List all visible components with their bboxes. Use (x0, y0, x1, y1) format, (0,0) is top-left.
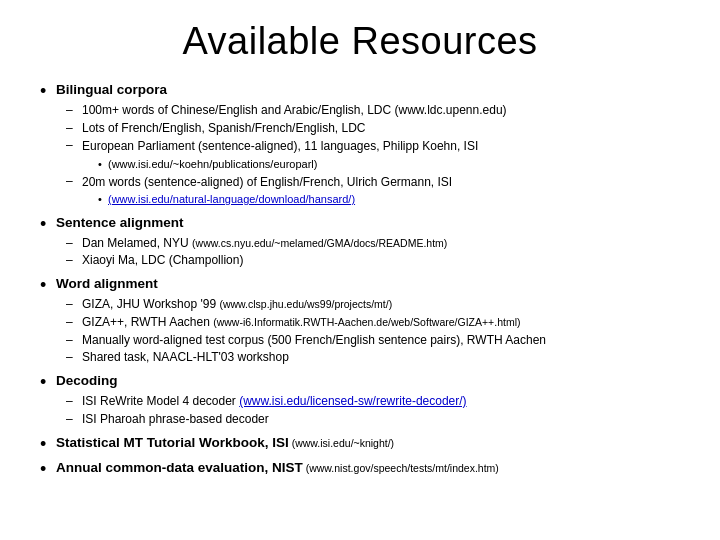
bullet-header: Sentence alignment (56, 214, 680, 233)
bullet-content: Sentence alignment – Dan Melamed, NYU (w… (56, 214, 680, 269)
bullet-suffix: (www.nist.gov/speech/tests/mt/index.htm) (303, 462, 499, 474)
sub-item: – Lots of French/English, Spanish/French… (66, 120, 680, 137)
sub-dash: – (66, 137, 76, 154)
sub-list: – Dan Melamed, NYU (www.cs.nyu.edu/~mela… (66, 235, 680, 270)
list-item: • Annual common-data evaluation, NIST (w… (40, 459, 680, 478)
bullet-header: Decoding (56, 372, 680, 391)
sub-dash: – (66, 173, 76, 190)
sub-text: 20m words (sentence-aligned) of English/… (82, 175, 452, 189)
sub-dash: – (66, 296, 76, 313)
bullet-label: Word alignment (56, 276, 158, 291)
list-item: • Word alignment – GIZA, JHU Workshop '9… (40, 275, 680, 366)
bullet-icon: • (40, 460, 48, 478)
list-item: • Bilingual corpora – 100m+ words of Chi… (40, 81, 680, 208)
sub-sub-list: • (www.isi.edu/~koehn/publications/europ… (98, 157, 478, 172)
sub-dash: – (66, 120, 76, 137)
sub-text: 100m+ words of Chinese/English and Arabi… (82, 102, 507, 118)
sub-text: European Parliament (sentence-aligned), … (82, 139, 478, 153)
sub-text: ISI ReWrite Model 4 decoder (www.isi.edu… (82, 393, 467, 409)
bullet-label: Bilingual corpora (56, 82, 167, 97)
bullet-icon: • (40, 82, 48, 100)
sub-sub-text: (www.isi.edu/~koehn/publications/europar… (108, 157, 317, 171)
page: Available Resources • Bilingual corpora … (0, 0, 720, 540)
page-title: Available Resources (40, 20, 680, 63)
sub-item: – GIZA, JHU Workshop '99 (www.clsp.jhu.e… (66, 296, 680, 313)
bullet-icon: • (40, 373, 48, 391)
sub-text: Xiaoyi Ma, LDC (Champollion) (82, 252, 243, 268)
sub-item: – European Parliament (sentence-aligned)… (66, 137, 680, 172)
sub-sub-bullet: • (98, 157, 104, 172)
sub-text: Lots of French/English, Spanish/French/E… (82, 120, 365, 136)
sub-list: – ISI ReWrite Model 4 decoder (www.isi.e… (66, 393, 680, 428)
list-item: • Decoding – ISI ReWrite Model 4 decoder… (40, 372, 680, 427)
rewrite-link[interactable]: (www.isi.edu/licensed-sw/rewrite-decoder… (239, 394, 466, 408)
bullet-header: Bilingual corpora (56, 81, 680, 100)
content-list: • Bilingual corpora – 100m+ words of Chi… (40, 81, 680, 478)
bullet-label: Decoding (56, 373, 118, 388)
bullet-content: Decoding – ISI ReWrite Model 4 decoder (… (56, 372, 680, 427)
sub-sub-item: • (www.isi.edu/~koehn/publications/europ… (98, 157, 478, 172)
sub-sub-item: • (www.isi.edu/natural-language/download… (98, 192, 452, 207)
sub-dash: – (66, 411, 76, 428)
bullet-content: Word alignment – GIZA, JHU Workshop '99 … (56, 275, 680, 366)
sub-text: GIZA, JHU Workshop '99 (www.clsp.jhu.edu… (82, 296, 392, 312)
bullet-icon: • (40, 435, 48, 453)
sub-dash: – (66, 393, 76, 410)
sub-dash: – (66, 252, 76, 269)
bullet-label: Statistical MT Tutorial Workbook, ISI (56, 435, 289, 450)
bullet-content: Statistical MT Tutorial Workbook, ISI (w… (56, 434, 680, 453)
bullet-label: Annual common-data evaluation, NIST (56, 460, 303, 475)
sub-dash: – (66, 235, 76, 252)
sub-dash: – (66, 332, 76, 349)
sub-list: – GIZA, JHU Workshop '99 (www.clsp.jhu.e… (66, 296, 680, 366)
sub-dash: – (66, 314, 76, 331)
bullet-content: Annual common-data evaluation, NIST (www… (56, 459, 680, 478)
bullet-label: Sentence alignment (56, 215, 184, 230)
sub-item: – Dan Melamed, NYU (www.cs.nyu.edu/~mela… (66, 235, 680, 252)
sub-sub-text-link[interactable]: (www.isi.edu/natural-language/download/h… (108, 192, 355, 206)
list-item: • Statistical MT Tutorial Workbook, ISI … (40, 434, 680, 453)
sub-item: – ISI Pharoah phrase-based decoder (66, 411, 680, 428)
sub-text: GIZA++, RWTH Aachen (www-i6.Informatik.R… (82, 314, 521, 330)
sub-item: – 20m words (sentence-aligned) of Englis… (66, 173, 680, 208)
sub-list: – 100m+ words of Chinese/English and Ara… (66, 102, 680, 208)
sub-sub-list: • (www.isi.edu/natural-language/download… (98, 192, 452, 207)
sub-item: – ISI ReWrite Model 4 decoder (www.isi.e… (66, 393, 680, 410)
bullet-content: Bilingual corpora – 100m+ words of Chine… (56, 81, 680, 208)
sub-text: Shared task, NAACL-HLT'03 workshop (82, 349, 289, 365)
bullet-suffix: (www.isi.edu/~knight/) (289, 437, 394, 449)
bullet-icon: • (40, 215, 48, 233)
bullet-header: Word alignment (56, 275, 680, 294)
sub-item: – Xiaoyi Ma, LDC (Champollion) (66, 252, 680, 269)
sub-text: Manually word-aligned test corpus (500 F… (82, 332, 546, 348)
sub-dash: – (66, 349, 76, 366)
bullet-header: Annual common-data evaluation, NIST (www… (56, 459, 680, 478)
sub-dash: – (66, 102, 76, 119)
sub-item: – Manually word-aligned test corpus (500… (66, 332, 680, 349)
sub-item: – GIZA++, RWTH Aachen (www-i6.Informatik… (66, 314, 680, 331)
sub-text: Dan Melamed, NYU (www.cs.nyu.edu/~melame… (82, 235, 447, 251)
bullet-icon: • (40, 276, 48, 294)
sub-item: – Shared task, NAACL-HLT'03 workshop (66, 349, 680, 366)
list-item: • Sentence alignment – Dan Melamed, NYU … (40, 214, 680, 269)
sub-text: ISI Pharoah phrase-based decoder (82, 411, 269, 427)
bullet-header: Statistical MT Tutorial Workbook, ISI (w… (56, 434, 680, 453)
sub-sub-bullet: • (98, 192, 104, 207)
sub-item: – 100m+ words of Chinese/English and Ara… (66, 102, 680, 119)
